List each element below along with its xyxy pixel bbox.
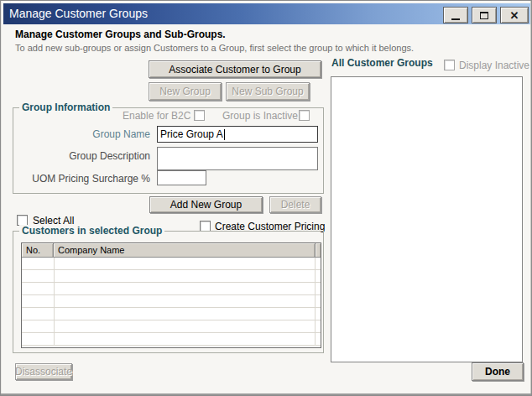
add-new-group-button[interactable]: Add New Group <box>149 196 263 213</box>
uom-surcharge-label: UOM Pricing Surcharge % <box>18 173 150 185</box>
group-description-label: Group Description <box>18 150 150 162</box>
group-name-label: Group Name <box>18 128 150 140</box>
uom-surcharge-input[interactable] <box>157 170 206 185</box>
table-row[interactable] <box>22 333 321 346</box>
all-customer-groups-listbox[interactable] <box>331 76 523 362</box>
group-inactive-label: Group is Inactive <box>222 110 298 122</box>
table-row[interactable] <box>22 295 321 308</box>
disassociate-button[interactable]: Disassociate <box>15 363 72 380</box>
delete-button[interactable]: Delete <box>269 196 321 213</box>
dialog-subtitle: Manage Customer Groups and Sub-Groups. <box>15 29 226 40</box>
enable-b2c-checkbox[interactable] <box>194 110 205 121</box>
associate-customer-button[interactable]: Associate Customer to Group <box>149 60 321 78</box>
customers-group-title: Customers in selected Group <box>19 225 164 237</box>
group-name-value: Price Group A <box>160 128 223 140</box>
table-row[interactable] <box>22 283 321 295</box>
group-description-input[interactable] <box>157 147 318 170</box>
minimize-button[interactable] <box>443 7 468 23</box>
minimize-icon <box>451 18 460 20</box>
customers-table[interactable]: No. Company Name <box>21 242 321 348</box>
table-row[interactable] <box>22 320 321 333</box>
column-header-company-name[interactable]: Company Name <box>54 243 316 257</box>
column-header-no[interactable]: No. <box>22 243 54 257</box>
close-button[interactable]: ✕ <box>500 7 529 23</box>
table-row[interactable] <box>22 308 321 320</box>
close-icon: ✕ <box>510 9 519 22</box>
all-customer-groups-title: All Customer Groups <box>331 57 433 69</box>
window-title: Manage Customer Groups <box>9 7 148 20</box>
new-group-button[interactable]: New Group <box>149 82 222 101</box>
manage-customer-groups-dialog: Manage Customer Groups ✕ Manage Customer… <box>0 0 532 396</box>
text-caret <box>224 129 225 140</box>
customers-table-header: No. Company Name <box>22 243 321 258</box>
column-header-spacer <box>316 243 321 257</box>
display-inactive-checkbox[interactable] <box>444 60 455 70</box>
group-name-input[interactable]: Price Group A <box>157 126 318 143</box>
display-inactive-label: Display Inactive <box>459 60 529 71</box>
enable-b2c-label: Enable for B2C <box>123 110 190 122</box>
group-information-title: Group Information <box>19 102 112 113</box>
done-button[interactable]: Done <box>472 362 524 381</box>
dialog-description: To add new sub-groups or assign Customer… <box>15 43 414 53</box>
table-row[interactable] <box>22 258 321 270</box>
maximize-icon <box>480 12 488 19</box>
table-row[interactable] <box>22 270 321 283</box>
new-sub-group-button[interactable]: New Sub Group <box>226 82 310 101</box>
group-inactive-checkbox[interactable] <box>299 110 310 121</box>
maximize-button[interactable] <box>472 7 497 23</box>
